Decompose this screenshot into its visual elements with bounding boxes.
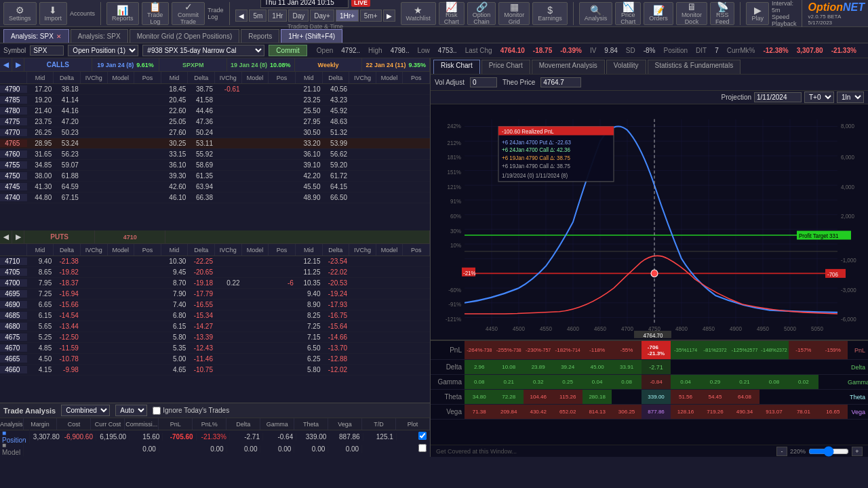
c2delta: 55.92 bbox=[188, 150, 215, 158]
1hrplus-btn[interactable]: 1Hr+ bbox=[336, 9, 359, 22]
risk-chart-button[interactable]: 📈 Risk Chart bbox=[439, 2, 465, 25]
calls-row-4770[interactable]: 4770 26.25 50.23 27.60 50.24 30.50 51.32 bbox=[0, 127, 430, 138]
tradelog-button[interactable]: 📋 Trade Log bbox=[142, 2, 169, 25]
strikes-select[interactable]: #938 SPX 15-day Narrow Cal bbox=[142, 45, 264, 56]
c2delta: 63.94 bbox=[188, 183, 215, 190]
calls-row-4755[interactable]: 4755 34.85 59.07 36.10 58.69 39.10 59.20 bbox=[0, 160, 430, 171]
svg-text:242%: 242% bbox=[448, 122, 462, 129]
p3mid: 8.25 bbox=[296, 312, 323, 319]
rss-button[interactable]: 📡 RSS Feed bbox=[710, 2, 735, 25]
reports-button[interactable]: 📊 Reports bbox=[106, 2, 139, 25]
play-button[interactable]: ▶ Play bbox=[746, 2, 769, 25]
position-row[interactable]: ■ Position 3,307.80 -6,900.60 6,195.00 1… bbox=[0, 430, 430, 443]
commit-trade-button[interactable]: ✓ Commit Trade bbox=[172, 2, 205, 25]
zoom-in-btn[interactable]: + bbox=[852, 447, 863, 456]
svg-text:4600: 4600 bbox=[567, 325, 579, 332]
theo-input[interactable] bbox=[540, 77, 581, 87]
puts-row-4700[interactable]: 4700 7.95 -18.37 8.70 -19.18 0.22 -6 10.… bbox=[0, 278, 430, 289]
g-cell-11: 0.08 bbox=[760, 375, 789, 389]
c1mid: 44.80 bbox=[27, 194, 54, 201]
trade-auto-select[interactable]: Auto bbox=[115, 405, 147, 416]
calls-row-4740[interactable]: 4740 44.80 67.15 46.10 66.38 48.90 66.50 bbox=[0, 192, 430, 203]
orders-button[interactable]: 📝 Orders bbox=[644, 2, 673, 25]
puts-row-4685[interactable]: 4685 6.15 -14.54 6.80 -15.34 8.25 -16.75 bbox=[0, 310, 430, 321]
model-plot-checkbox[interactable] bbox=[418, 444, 427, 452]
position-select[interactable]: Open Position (1) bbox=[68, 45, 138, 56]
zoom-slider[interactable] bbox=[808, 446, 849, 457]
pnl-cell-4: -182%-714 bbox=[553, 341, 582, 359]
monitor-dock-button[interactable]: 🖥 Monitor Dock bbox=[676, 2, 707, 25]
d-cell-13 bbox=[818, 360, 848, 374]
prev-arrow[interactable]: ◀ bbox=[235, 9, 248, 22]
tab-close-1[interactable]: ✕ bbox=[56, 33, 62, 40]
option-chain-button[interactable]: 🔗 Option Chain bbox=[467, 2, 496, 25]
day-btn[interactable]: Day bbox=[288, 9, 309, 22]
tab-analysis-spx[interactable]: Analysis: SPX ✕ bbox=[3, 29, 69, 43]
puts-row-4690[interactable]: 4690 6.65 -15.66 7.40 -16.55 8.90 -17.93 bbox=[0, 300, 430, 310]
tab-reports[interactable]: Reports bbox=[241, 29, 279, 43]
price-chart-button[interactable]: 📉 Price Chart bbox=[615, 2, 641, 25]
puts-row-4705[interactable]: 4705 8.65 -19.82 9.45 -20.65 11.25 -22.0… bbox=[0, 267, 430, 278]
puts-row-4710[interactable]: 4710 9.40 -21.38 10.30 -22.25 12.15 -23.… bbox=[0, 256, 430, 267]
d-cell-2: 10.08 bbox=[494, 360, 523, 374]
puts-row-4695[interactable]: 4695 7.25 -16.94 7.90 -17.79 9.40 -19.24 bbox=[0, 289, 430, 300]
earnings-button[interactable]: $ Earnings bbox=[532, 2, 568, 25]
calls-row-4790[interactable]: 4790 17.20 38.18 18.45 38.75 -0.61 21.10… bbox=[0, 84, 430, 95]
zoom-out-btn[interactable]: - bbox=[776, 447, 787, 456]
tab-risk-chart[interactable]: Risk Chart bbox=[433, 60, 480, 74]
datetime-input[interactable] bbox=[260, 0, 349, 8]
tab-label-4: Reports bbox=[248, 33, 272, 40]
calls-row-4785[interactable]: 4785 19.20 41.14 20.45 41.58 23.25 43.23 bbox=[0, 95, 430, 106]
next-arrow[interactable]: ▶ bbox=[383, 9, 395, 22]
settings-button[interactable]: ⚙ Settings bbox=[3, 2, 37, 25]
trade-mode-select[interactable]: Combined bbox=[61, 405, 110, 416]
5m-btn[interactable]: 5m bbox=[249, 9, 267, 22]
commit-button[interactable]: Commit bbox=[269, 45, 307, 56]
puts-nav-right[interactable]: ▶ bbox=[12, 230, 24, 243]
nav-right[interactable]: ▶ bbox=[12, 58, 24, 71]
pmodel2-header: Model bbox=[242, 244, 269, 256]
tab-volatility[interactable]: Volatility bbox=[606, 60, 646, 74]
1hr-btn[interactable]: 1Hr bbox=[268, 9, 287, 22]
g-cell-3: 0.32 bbox=[524, 375, 553, 389]
dayplus-btn[interactable]: Day+ bbox=[310, 9, 334, 22]
pos-plot-checkbox[interactable] bbox=[418, 432, 427, 440]
c2delta: 53.11 bbox=[188, 140, 215, 147]
app-version: v2.0.75 BETA 5/17/2023 bbox=[808, 14, 865, 26]
analysis-button[interactable]: 🔍 Analysis bbox=[579, 2, 613, 25]
calls-row-4745[interactable]: 4745 41.30 64.59 42.60 63.94 45.50 64.15 bbox=[0, 182, 430, 192]
5mplus-btn[interactable]: 5m+ bbox=[360, 9, 382, 22]
calls-row-4775[interactable]: 4775 23.75 47.20 25.05 47.36 27.95 48.63 bbox=[0, 117, 430, 127]
watchlist-label: Watchlist bbox=[406, 15, 431, 22]
nav-left[interactable]: ◀ bbox=[0, 58, 12, 71]
puts-row-4680[interactable]: 4680 5.65 -13.44 6.15 -14.27 7.25 -15.64 bbox=[0, 321, 430, 332]
symbol-input[interactable] bbox=[30, 45, 64, 56]
puts-nav-left[interactable]: ◀ bbox=[0, 230, 12, 243]
watchlist-button[interactable]: ★ Watchlist bbox=[401, 2, 436, 25]
ta-commission-col: Commissi... bbox=[125, 418, 159, 430]
calls-row-4750[interactable]: 4750 38.00 61.88 39.30 61.35 42.20 61.72 bbox=[0, 171, 430, 182]
tab-stats[interactable]: Statistics & Fundamentals bbox=[648, 60, 741, 74]
monitor-grid-button[interactable]: ▦ Monitor Grid bbox=[498, 2, 530, 25]
proj-1ln-select[interactable]: 1ln bbox=[837, 92, 864, 103]
tab-monitor-grid[interactable]: Monitor Grid (2 Open Positions) bbox=[130, 29, 240, 43]
calls-row-4780[interactable]: 4780 21.40 44.16 22.60 44.46 25.50 45.92 bbox=[0, 106, 430, 117]
puts-row-4675[interactable]: 4675 5.25 -12.50 5.80 -13.39 7.15 -14.66 bbox=[0, 332, 430, 343]
import-button[interactable]: ⬇ Import bbox=[39, 2, 68, 25]
calls-row-4765[interactable]: 4765 28.95 53.24 30.25 53.11 33.20 53.99 bbox=[0, 138, 430, 149]
pos-label: Position bbox=[664, 47, 688, 54]
puts-row-4665[interactable]: 4665 4.50 -10.78 5.00 -11.46 6.25 -12.88 bbox=[0, 354, 430, 365]
calls-row-4760[interactable]: 4760 31.65 56.23 33.15 55.92 36.10 56.62 bbox=[0, 149, 430, 160]
tab-movement[interactable]: Movement Analysis bbox=[532, 60, 605, 74]
vol-input[interactable] bbox=[470, 77, 497, 87]
ignore-today-checkbox[interactable] bbox=[153, 407, 161, 415]
pos-theta-cell: 339.00 bbox=[296, 433, 330, 441]
tab-price-chart[interactable]: Price Chart bbox=[481, 60, 530, 74]
proj-t0-select[interactable]: T+0 bbox=[804, 92, 834, 103]
puts-row-4660[interactable]: 4660 4.15 -9.98 4.65 -10.75 5.80 -12.02 bbox=[0, 365, 430, 375]
chart-status-bar: Get Covered at this Window... - 220% + bbox=[431, 445, 868, 457]
tab-active[interactable]: 1Hr+ (Shift+F4) bbox=[281, 29, 342, 43]
proj-date-input[interactable] bbox=[754, 92, 802, 102]
tab-analysis-spx2[interactable]: Analysis: SPX bbox=[71, 29, 128, 43]
puts-row-4670[interactable]: 4670 4.85 -11.59 5.35 -12.43 6.50 -13.70 bbox=[0, 343, 430, 354]
